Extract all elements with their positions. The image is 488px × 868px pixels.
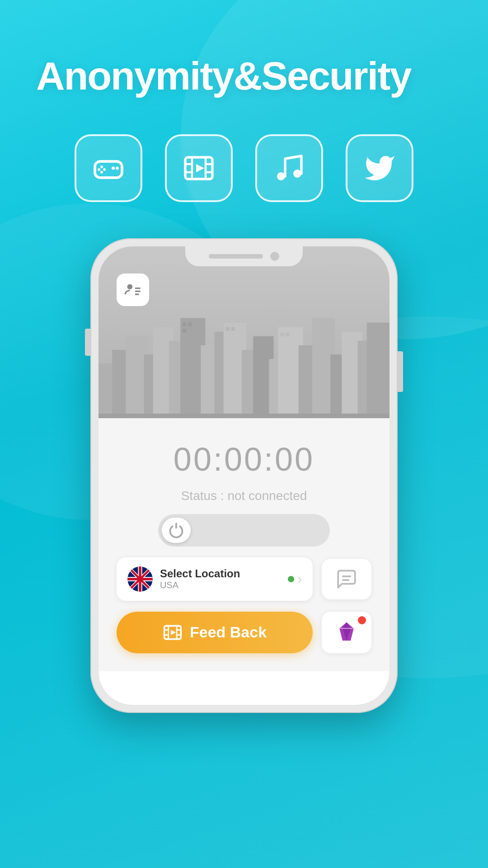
phone-screen: 00:00:00 Status : not connected: [99, 246, 389, 705]
screen-bottom-area: 00:00:00 Status : not connected: [99, 418, 389, 671]
location-country: USA: [160, 580, 281, 590]
location-arrow: ›: [288, 572, 302, 586]
svg-point-20: [293, 170, 301, 178]
svg-point-7: [98, 168, 100, 171]
phone-outer-shell: 00:00:00 Status : not connected: [90, 238, 398, 713]
svg-point-8: [103, 168, 106, 171]
twitter-icon[interactable]: [346, 134, 413, 202]
connection-status: Status : not connected: [181, 489, 307, 503]
svg-point-19: [277, 172, 285, 180]
chat-button[interactable]: [322, 559, 371, 599]
power-button-inner[interactable]: [162, 518, 191, 543]
svg-rect-44: [367, 322, 389, 418]
svg-point-5: [100, 165, 103, 168]
power-slider[interactable]: [158, 514, 330, 547]
location-text: Select Location USA: [160, 567, 281, 590]
flag-icon: [127, 566, 153, 592]
svg-rect-45: [183, 322, 186, 326]
film-icon: [163, 623, 183, 642]
connection-dot: [288, 576, 294, 582]
page-title: Anonymity&Security: [0, 0, 488, 125]
feedback-button[interactable]: Feed Back: [117, 612, 313, 653]
svg-rect-52: [99, 414, 389, 418]
svg-marker-18: [196, 164, 204, 172]
notification-dot: [358, 616, 366, 624]
svg-marker-71: [171, 630, 176, 635]
feature-icons-row: [0, 125, 488, 229]
phone-mockup: 00:00:00 Status : not connected: [0, 238, 488, 713]
chevron-right-icon: ›: [298, 572, 302, 586]
gamepad-icon[interactable]: [75, 134, 142, 202]
svg-rect-51: [286, 333, 290, 336]
notch-camera: [270, 252, 279, 261]
profile-button[interactable]: [117, 274, 149, 306]
svg-rect-46: [188, 322, 192, 326]
svg-rect-47: [183, 329, 186, 333]
phone-notch: [185, 246, 303, 266]
screen-top-area: [99, 246, 389, 418]
video-icon[interactable]: [165, 134, 233, 202]
svg-point-21: [127, 284, 133, 289]
svg-rect-50: [281, 333, 284, 336]
chat-icon: [335, 568, 358, 590]
gem-icon: [334, 620, 359, 645]
select-location-card[interactable]: Select Location USA ›: [117, 557, 313, 601]
power-button: [398, 351, 403, 392]
bottom-row: Select Location USA ›: [117, 557, 371, 601]
svg-point-9: [112, 166, 115, 170]
action-row: Feed Back: [117, 612, 371, 653]
music-icon[interactable]: [255, 134, 323, 202]
volume-button: [85, 329, 90, 356]
notch-speaker: [209, 254, 263, 259]
timer-display: 00:00:00: [174, 441, 314, 478]
svg-rect-49: [231, 327, 235, 331]
svg-rect-48: [226, 327, 230, 331]
gem-button[interactable]: [322, 612, 371, 653]
svg-point-10: [116, 166, 119, 170]
svg-point-6: [100, 171, 103, 174]
location-label: Select Location: [160, 567, 281, 580]
feedback-label: Feed Back: [190, 623, 267, 641]
